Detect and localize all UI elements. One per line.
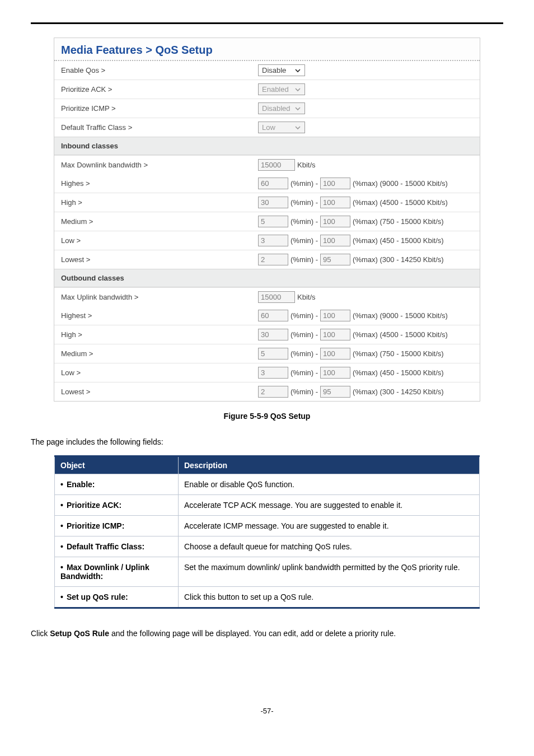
config-select[interactable]: Enabled (258, 83, 305, 95)
input-max-downlink[interactable]: 15000 (258, 159, 295, 171)
panel-title: Media Features > QoS Setup (54, 38, 480, 61)
description-cell: Choose a default queue for matching QoS … (179, 536, 480, 557)
table-row: •Default Traffic Class:Choose a default … (55, 536, 480, 557)
class-max-input[interactable]: 100 (320, 178, 350, 189)
class-max-input[interactable]: 95 (320, 386, 350, 398)
pctmax-label: (%max) (450 - 15000 Kbit/s) (353, 236, 444, 245)
class-row: Low >3(%min) -100(%max) (450 - 15000 Kbi… (54, 363, 480, 382)
class-row: Highest >60(%min) -100(%max) (9000 - 150… (54, 306, 480, 325)
class-min-input[interactable]: 3 (258, 367, 288, 379)
class-row: Lowest >2(%min) -95(%max) (300 - 14250 K… (54, 250, 480, 269)
row-max-downlink: Max Downlink bandwidth > 15000 Kbit/s (54, 155, 480, 174)
pctmax-label: (%max) (300 - 14250 Kbit/s) (353, 255, 444, 264)
class-max-input[interactable]: 100 (320, 216, 350, 227)
class-label: Lowest > (54, 383, 252, 400)
table-row: •Set up QoS rule:Click this button to se… (55, 587, 480, 608)
table-row: •Enable:Enable or disable QoS function. (55, 474, 480, 495)
pctmin-label: (%min) - (291, 311, 318, 320)
th-object: Object (55, 456, 179, 474)
class-min-input[interactable]: 2 (258, 254, 288, 265)
class-max-input[interactable]: 100 (320, 310, 350, 321)
class-max-input[interactable]: 95 (320, 254, 350, 265)
pctmin-label: (%min) - (291, 198, 318, 207)
chevron-down-icon (294, 124, 301, 131)
chevron-down-icon (294, 105, 301, 112)
pctmax-label: (%max) (750 - 15000 Kbit/s) (353, 217, 444, 226)
config-label: Prioritize ICMP > (54, 100, 252, 117)
figure-caption: Figure 5-5-9 QoS Setup (31, 412, 503, 421)
panel-config-row: Prioritize ICMP >Disabled (54, 99, 480, 118)
table-row: •Prioritize ACK:Accelerate TCP ACK messa… (55, 495, 480, 516)
pctmax-label: (%max) (300 - 14250 Kbit/s) (353, 388, 444, 396)
config-select[interactable]: Low (258, 122, 305, 133)
config-select[interactable]: Disable (258, 64, 305, 76)
pctmin-label: (%min) - (291, 368, 318, 377)
bullet-icon: • (60, 592, 63, 601)
pctmin-label: (%min) - (291, 255, 318, 264)
label-max-downlink: Max Downlink bandwidth > (54, 156, 252, 174)
config-label: Prioritize ACK > (54, 81, 252, 98)
bullet-icon: • (60, 501, 63, 510)
panel-config-row: Enable Qos >Disable (54, 61, 480, 80)
class-row: Medium >5(%min) -100(%max) (750 - 15000 … (54, 212, 480, 231)
description-cell: Click this button to set up a QoS rule. (179, 587, 480, 608)
pctmax-label: (%max) (4500 - 15000 Kbit/s) (353, 330, 448, 339)
config-label: Default Traffic Class > (54, 119, 252, 136)
class-label: Lowest > (54, 251, 252, 268)
class-max-input[interactable]: 100 (320, 367, 350, 379)
outbound-header: Outbound classes (54, 269, 480, 287)
bullet-icon: • (60, 480, 63, 489)
description-cell: Enable or disable QoS function. (179, 474, 480, 495)
class-min-input[interactable]: 2 (258, 386, 288, 398)
description-table: Object Description •Enable:Enable or dis… (54, 455, 480, 609)
class-min-input[interactable]: 60 (258, 310, 288, 321)
table-row: •Max Downlink / Uplink Bandwidth:Set the… (55, 557, 480, 587)
class-row: Medium >5(%min) -100(%max) (750 - 15000 … (54, 344, 480, 363)
pctmax-label: (%max) (750 - 15000 Kbit/s) (353, 349, 444, 358)
unit-max-downlink: Kbit/s (297, 161, 316, 169)
select-value: Enabled (262, 85, 289, 94)
class-min-input[interactable]: 5 (258, 348, 288, 360)
select-value: Disable (262, 66, 286, 74)
description-cell: Accelerate ICMP message. You are suggest… (179, 516, 480, 536)
class-label: Highes > (54, 175, 252, 192)
pctmin-label: (%min) - (291, 236, 318, 245)
pctmin-label: (%min) - (291, 388, 318, 396)
pctmin-label: (%min) - (291, 330, 318, 339)
object-cell: •Prioritize ACK: (55, 495, 179, 516)
input-max-uplink[interactable]: 15000 (258, 291, 295, 303)
class-row: High >30(%min) -100(%max) (4500 - 15000 … (54, 325, 480, 344)
class-row: Highes >60(%min) -100(%max) (9000 - 1500… (54, 174, 480, 193)
class-label: Low > (54, 232, 252, 249)
bullet-icon: • (60, 563, 63, 572)
class-label: High > (54, 326, 252, 343)
select-value: Disabled (262, 104, 291, 113)
class-min-input[interactable]: 3 (258, 235, 288, 246)
class-max-input[interactable]: 100 (320, 235, 350, 246)
closing-text: Click Setup QoS Rule and the following p… (31, 628, 503, 640)
class-max-input[interactable]: 100 (320, 329, 350, 340)
class-row: Low >3(%min) -100(%max) (450 - 15000 Kbi… (54, 231, 480, 250)
class-min-input[interactable]: 30 (258, 197, 288, 208)
class-max-input[interactable]: 100 (320, 197, 350, 208)
page-number: -57- (31, 707, 503, 715)
class-max-input[interactable]: 100 (320, 348, 350, 360)
page-top-rule (31, 22, 503, 24)
class-row: High >30(%min) -100(%max) (4500 - 15000 … (54, 193, 480, 212)
class-label: Low > (54, 364, 252, 381)
class-min-input[interactable]: 5 (258, 216, 288, 227)
bullet-icon: • (60, 542, 63, 551)
config-select[interactable]: Disabled (258, 102, 305, 114)
class-min-input[interactable]: 30 (258, 329, 288, 340)
pctmax-label: (%max) (9000 - 15000 Kbit/s) (353, 311, 448, 320)
description-cell: Set the maximum downlink/ uplink bandwid… (179, 557, 480, 587)
intro-text: The page includes the following fields: (31, 437, 503, 446)
class-row: Lowest >2(%min) -95(%max) (300 - 14250 K… (54, 382, 480, 401)
label-max-uplink: Max Uplink bandwidth > (54, 288, 252, 306)
object-cell: •Max Downlink / Uplink Bandwidth: (55, 557, 179, 587)
description-cell: Accelerate TCP ACK message. You are sugg… (179, 495, 480, 516)
class-min-input[interactable]: 60 (258, 178, 288, 189)
unit-max-uplink: Kbit/s (297, 293, 316, 301)
chevron-down-icon (294, 86, 301, 93)
inbound-header: Inbound classes (54, 137, 480, 155)
